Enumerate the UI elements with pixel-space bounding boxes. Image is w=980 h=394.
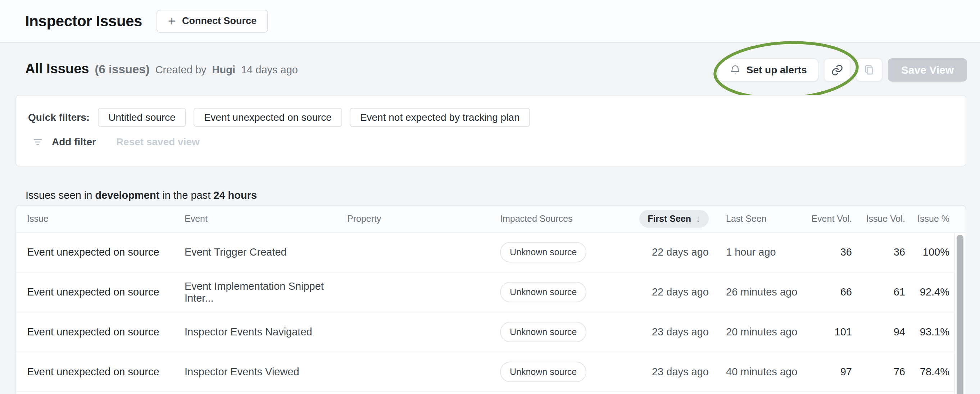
table-row[interactable]: Event unexpected on source Event Impleme… [16, 273, 966, 312]
scope-prefix: Issues seen in [25, 189, 92, 201]
impacted-sources-cell: Unknown source [500, 322, 619, 342]
event-cell: Event Trigger Created [185, 246, 347, 258]
column-header-property[interactable]: Property [347, 213, 500, 224]
issues-count: (6 issues) [95, 62, 149, 76]
add-filter-button[interactable]: Add filter [52, 136, 96, 148]
last-seen-cell: 26 minutes ago [709, 286, 810, 298]
issue-pct-cell: 93.1% [905, 326, 950, 338]
copy-icon [862, 63, 876, 77]
issue-pct-cell: 92.4% [905, 286, 950, 298]
impacted-sources-cell: Unknown source [500, 242, 619, 262]
author-name: Hugi [212, 64, 235, 76]
table-row[interactable]: Event unexpected on source Inspector Eve… [16, 352, 966, 392]
column-header-event-vol[interactable]: Event Vol. [810, 213, 852, 224]
quick-filter-untitled-source[interactable]: Untitled source [98, 108, 186, 127]
column-header-last-seen[interactable]: Last Seen [709, 213, 810, 224]
event-cell: Inspector Events Viewed [185, 366, 347, 378]
first-seen-cell: 23 days ago [619, 326, 709, 338]
scope-environment: development [95, 189, 159, 201]
view-title: All Issues [25, 61, 89, 76]
scope-middle: in the past [162, 189, 210, 201]
table-header-row: Issue Event Property Impacted Sources Fi… [16, 206, 966, 233]
set-up-alerts-button[interactable]: Set up alerts [718, 58, 818, 82]
quick-filter-event-not-expected[interactable]: Event not expected by tracking plan [350, 108, 530, 127]
table-row[interactable]: Event unexpected on source Inspector Eve… [16, 312, 966, 352]
source-badge: Unknown source [500, 282, 586, 302]
page-title: Inspector Issues [25, 13, 142, 30]
issue-cell: Event unexpected on source [27, 326, 185, 338]
connect-source-label: Connect Source [182, 16, 256, 27]
set-up-alerts-label: Set up alerts [746, 64, 807, 76]
quick-filters-row: Quick filters: Untitled source Event une… [28, 108, 530, 127]
source-badge: Unknown source [500, 242, 586, 262]
column-header-event[interactable]: Event [185, 213, 347, 224]
save-view-button[interactable]: Save View [888, 58, 967, 82]
column-header-issue[interactable]: Issue [27, 213, 185, 224]
scope-timeframe: 24 hours [213, 189, 257, 201]
first-seen-cell: 23 days ago [619, 366, 709, 378]
impacted-sources-cell: Unknown source [500, 282, 619, 302]
issues-table: Issue Event Property Impacted Sources Fi… [16, 205, 966, 394]
view-actions: Set up alerts Save View [718, 58, 967, 82]
column-header-issue-pct[interactable]: Issue % [905, 213, 950, 224]
column-header-first-seen[interactable]: First Seen ↓ [619, 210, 709, 227]
last-seen-cell: 1 hour ago [709, 246, 810, 258]
issue-vol-cell: 94 [852, 326, 905, 338]
event-vol-cell: 66 [810, 286, 852, 298]
issue-cell: Event unexpected on source [27, 286, 185, 298]
created-ago: 14 days ago [241, 64, 298, 76]
plus-icon: + [168, 15, 175, 28]
last-seen-cell: 40 minutes ago [709, 366, 810, 378]
quick-filters-label: Quick filters: [28, 112, 89, 123]
issue-cell: Event unexpected on source [27, 246, 185, 258]
first-seen-cell: 22 days ago [619, 286, 709, 298]
scrollbar-thumb[interactable] [957, 235, 963, 394]
first-seen-sort-pill[interactable]: First Seen ↓ [639, 210, 709, 227]
source-badge: Unknown source [500, 362, 586, 382]
reset-saved-view-button[interactable]: Reset saved view [116, 136, 200, 148]
connect-source-button[interactable]: + Connect Source [156, 10, 268, 33]
event-vol-cell: 97 [810, 366, 852, 378]
column-header-issue-vol[interactable]: Issue Vol. [852, 213, 905, 224]
last-seen-cell: 20 minutes ago [709, 326, 810, 338]
event-cell: Inspector Events Navigated [185, 326, 347, 338]
source-badge: Unknown source [500, 322, 586, 342]
event-cell: Event Implementation Snippet Inter... [185, 280, 347, 304]
event-vol-cell: 101 [810, 326, 852, 338]
first-seen-label: First Seen [648, 213, 691, 224]
issue-cell: Event unexpected on source [27, 366, 185, 378]
table-scrollbar [954, 233, 966, 394]
filter-lines-icon [32, 137, 43, 148]
first-seen-cell: 22 days ago [619, 246, 709, 258]
created-by-label: Created by [156, 64, 207, 76]
column-header-impacted-sources[interactable]: Impacted Sources [500, 213, 619, 224]
issue-vol-cell: 76 [852, 366, 905, 378]
issue-pct-cell: 78.4% [905, 366, 950, 378]
filters-panel: Quick filters: Untitled source Event une… [16, 95, 966, 167]
copy-link-button[interactable] [824, 58, 851, 82]
issue-pct-cell: 100% [905, 246, 950, 258]
sort-desc-icon: ↓ [696, 213, 700, 224]
issue-vol-cell: 36 [852, 246, 905, 258]
top-bar: Inspector Issues + Connect Source [0, 0, 980, 43]
impacted-sources-cell: Unknown source [500, 362, 619, 382]
duplicate-view-button[interactable] [856, 58, 883, 82]
scope-description: Issues seen in development in the past 2… [25, 189, 257, 201]
add-filter-row: Add filter Reset saved view [32, 136, 200, 148]
bell-icon [729, 64, 741, 76]
table-row[interactable]: Event unexpected on source Event Trigger… [16, 233, 966, 273]
event-vol-cell: 36 [810, 246, 852, 258]
link-icon [831, 64, 844, 76]
issue-vol-cell: 61 [852, 286, 905, 298]
view-heading: All Issues (6 issues) Created by Hugi 14… [25, 61, 298, 76]
quick-filter-event-unexpected[interactable]: Event unexpected on source [194, 108, 342, 127]
